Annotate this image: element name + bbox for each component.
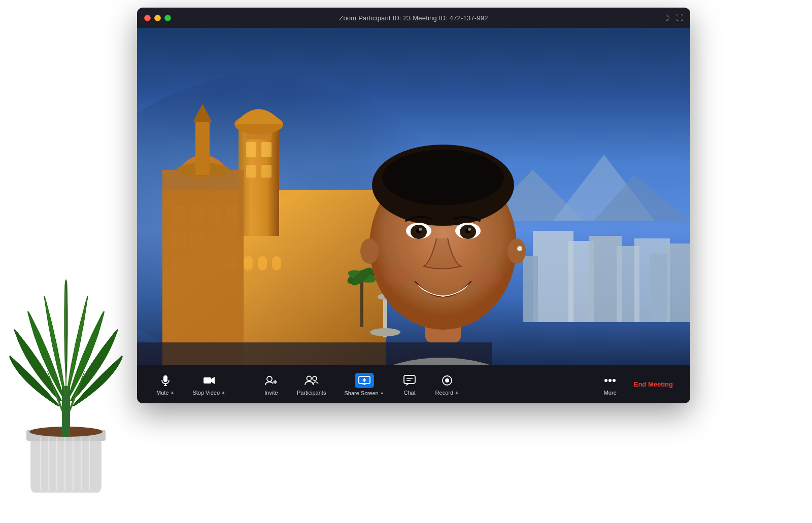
svg-point-100 [613,379,616,382]
share-screen-button[interactable]: Share Screen ▲ [335,369,393,400]
participants-icon-area [304,373,319,388]
svg-point-64 [382,150,504,205]
mute-button[interactable]: Mute ▲ [147,369,183,400]
record-button[interactable]: Record ▲ [426,369,468,400]
svg-rect-46 [246,165,256,178]
svg-rect-52 [360,276,363,327]
window-title: Zoom Participant ID: 23 Meeting ID: 472-… [339,14,488,22]
video-area [137,28,690,365]
share-screen-icon [358,376,370,385]
moon-icon[interactable]: ☽ [663,13,670,23]
participants-button[interactable]: Participants [288,369,335,400]
traffic-lights [144,15,171,21]
svg-rect-45 [261,142,272,157]
svg-point-99 [608,379,612,382]
chat-icon [403,375,416,386]
svg-rect-81 [204,377,211,383]
maximize-button[interactable] [164,15,171,21]
svg-marker-82 [211,377,215,384]
city-scene-svg [137,28,690,365]
record-label: Record ▲ [435,390,459,396]
close-button[interactable] [144,15,151,21]
chat-label: Chat [403,390,415,396]
record-icon-area [440,373,454,388]
participants-icon [304,375,319,386]
svg-rect-39 [258,256,267,270]
mute-caret: ▲ [170,390,174,395]
svg-rect-78 [163,375,167,382]
svg-point-75 [468,228,471,231]
more-button[interactable]: More [594,369,627,400]
stop-video-button[interactable]: Stop Video ▲ [183,369,234,400]
plant-decoration [0,143,147,498]
svg-point-67 [517,246,522,251]
svg-rect-47 [261,165,272,178]
svg-point-58 [370,328,400,336]
record-icon [442,375,453,386]
title-bar-controls: ☽ ⛶ [663,13,683,23]
video-icon-area [202,373,216,388]
invite-icon [264,375,278,386]
microphone-icon [160,375,171,386]
invite-icon-area [264,373,278,388]
mute-label: Mute ▲ [156,390,174,396]
svg-point-98 [604,379,607,382]
stop-video-label: Stop Video ▲ [192,390,225,396]
svg-rect-50 [195,119,210,175]
title-bar: Zoom Participant ID: 23 Meeting ID: 472-… [137,8,690,28]
share-screen-label: Share Screen ▲ [344,390,384,396]
svg-point-86 [307,376,311,380]
svg-rect-16 [533,231,573,322]
svg-point-76 [384,267,413,286]
svg-point-97 [445,378,449,382]
invite-button[interactable]: Invite [255,369,288,400]
chat-button[interactable]: Chat [393,369,426,400]
svg-point-83 [267,376,272,381]
more-icon-area [603,373,617,388]
expand-icon[interactable]: ⛶ [676,14,683,22]
end-meeting-button[interactable]: End Meeting [627,376,680,392]
video-caret: ▲ [221,390,225,395]
svg-marker-91 [362,378,366,382]
svg-rect-92 [404,375,415,383]
share-screen-icon-area [355,373,374,388]
svg-rect-22 [523,256,538,322]
svg-rect-21 [665,243,690,322]
video-camera-icon [203,376,215,385]
svg-point-87 [313,376,317,380]
minimize-button[interactable] [154,15,161,21]
svg-point-71 [419,228,422,231]
invite-label: Invite [264,390,278,396]
svg-rect-38 [244,256,253,270]
mute-icon-area [158,373,173,388]
svg-point-65 [360,238,379,264]
svg-rect-44 [246,142,256,157]
chat-icon-area [402,373,417,388]
svg-rect-40 [272,256,281,270]
svg-rect-48 [162,170,244,365]
record-caret: ▲ [455,390,459,395]
toolbar: Mute ▲ Stop Video ▲ [137,365,690,403]
svg-point-66 [507,238,526,264]
zoom-window: Zoom Participant ID: 23 Meeting ID: 472-… [137,8,690,403]
svg-rect-41 [239,129,279,236]
more-dots-icon [604,378,616,382]
svg-rect-23 [650,254,667,322]
share-caret: ▲ [380,391,384,395]
svg-point-77 [473,267,501,286]
more-label: More [604,390,617,396]
participants-label: Participants [297,390,326,396]
